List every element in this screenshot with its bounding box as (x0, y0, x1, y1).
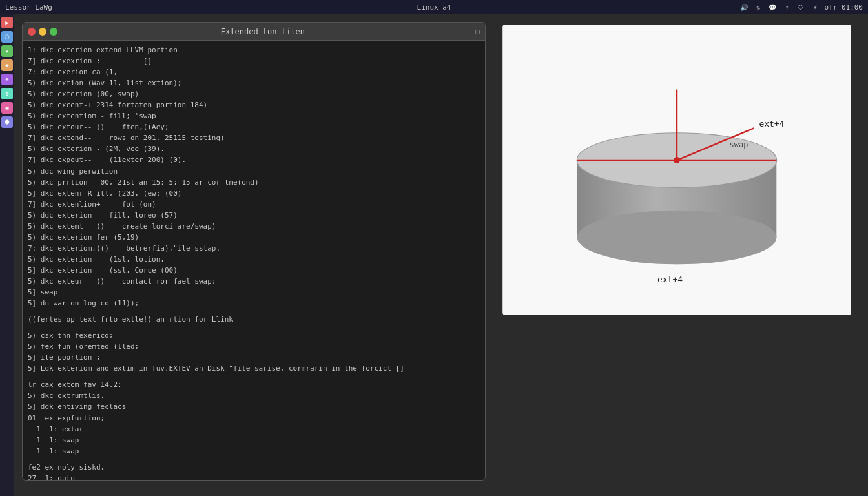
sidebar-icon-3[interactable]: ✦ (1, 45, 13, 57)
taskbar: Lessor LaWg Linux a4 🔊 ⇅ 💬 ↑ 🛡 ⚡ ofr 01:… (0, 0, 868, 14)
terminal-line-12: 5) dkc prrtion - 00, 21st an 15: 5; 15 a… (28, 177, 480, 188)
terminal-line-36: 1 1: extar (28, 424, 480, 435)
diagram-label-top: ext+4 (759, 119, 784, 129)
terminal-minimize-button[interactable] (39, 28, 46, 36)
terminal-line-38: 1 1: swap (28, 446, 480, 457)
terminal-line-24 (28, 309, 480, 314)
diagram-label-swap: swap (730, 140, 749, 149)
terminal-line-19: 5) dkc exterion -- (1sl, lotion, (28, 254, 480, 265)
terminal-line-11: 5) ddc wing perwition (28, 166, 480, 177)
terminal-title: Extended ton filen (57, 27, 468, 36)
svg-point-10 (674, 157, 680, 163)
terminal-line-41: 27 1: outp (28, 473, 480, 480)
terminal-line-33: 5) dkc oxtrumtlis, (28, 390, 480, 401)
terminal-titlebar-right: — □ (468, 27, 480, 36)
sidebar-icon-6[interactable]: ✿ (1, 88, 13, 99)
taskbar-left: Lessor LaWg (5, 3, 52, 12)
terminal-line-22: 5] swap (28, 287, 480, 298)
terminal-line-29: 5] ile poorlion ; (28, 352, 480, 363)
terminal-line-7: 5) dkc extour-- () ften,((Aey; (28, 121, 480, 132)
terminal-line-26 (28, 325, 480, 330)
taskbar-title: Linux a4 (417, 3, 451, 12)
terminal-line-28: 5) fex fun (oremted (lled; (28, 341, 480, 352)
terminal-line-25: ((fertes op text frto extle!) an rtion f… (28, 314, 480, 325)
sidebar-icon-5[interactable]: ⊕ (1, 74, 13, 85)
svg-point-5 (577, 211, 777, 265)
terminal-line-10: 7] dkc expout-- (11exter 200) (0). (28, 154, 480, 165)
terminal-minimize-icon[interactable]: — (468, 27, 473, 36)
terminal-line-1: 7] dkc exexrion : [] (28, 56, 480, 67)
terminal-window: Extended ton filen — □ 1: dkc exterion e… (22, 22, 486, 480)
terminal-line-2: 7: dkc exerion ca (1, (28, 67, 480, 78)
terminal-line-5: 5) dkc excent-+ 2314 fortaten portion 18… (28, 99, 480, 110)
taskbar-icon-sound[interactable]: 🔊 (739, 2, 749, 12)
main-area: Extended ton filen — □ 1: dkc exterion e… (14, 14, 868, 496)
sidebar-icon-1[interactable]: ▶ (1, 17, 13, 28)
terminal-line-16: 5) dkc extemt-- () create lorci are/swap… (28, 221, 480, 232)
terminal-line-37: 1 1: swap (28, 435, 480, 446)
left-sidebar: ▶ ⬡ ✦ ◈ ⊕ ✿ ◉ ⬢ (0, 14, 14, 496)
taskbar-icon-power[interactable]: ⚡ (810, 2, 820, 12)
sidebar-icon-2[interactable]: ⬡ (1, 31, 13, 43)
taskbar-icon-shield[interactable]: 🛡 (796, 2, 806, 12)
terminal-expand-icon[interactable]: □ (475, 27, 480, 36)
sidebar-icon-8[interactable]: ⬢ (1, 116, 13, 128)
diagram-container: ext+4 swap ext+4 (502, 25, 851, 315)
terminal-line-17: 5) dkc exterion fer (5,19) (28, 232, 480, 243)
terminal-line-13: 5] dkc extenr-R itl, (203, (ew: (00) (28, 188, 480, 199)
terminal-maximize-button[interactable] (50, 28, 57, 36)
terminal-line-14: 7] dkc extenlion+ fot (on) (28, 199, 480, 210)
terminal-line-15: 5) ddc exterion -- fill, loreo (57) (28, 210, 480, 221)
terminal-line-27: 5) csx thn fexericd; (28, 330, 480, 341)
taskbar-app-label: Lessor LaWg (5, 3, 52, 12)
terminal-line-18: 7: dkc exteriom.(() betrerfia),"ile ssta… (28, 243, 480, 254)
terminal-line-23: 5] dn war on log co (11)); (28, 298, 480, 309)
terminal-line-30: 5] Ldk exteriom and extim in fuv.EXTEV a… (28, 363, 480, 374)
terminal-line-20: 5] dkc exterion -- (ssl, Corce (00) (28, 265, 480, 276)
sidebar-icon-4[interactable]: ◈ (1, 59, 13, 71)
diagram-label-bottom: ext+4 (657, 274, 683, 284)
terminal-line-3: 5) dkc extion (Wav 11, list extion); (28, 78, 480, 88)
terminal-line-39 (28, 457, 480, 462)
taskbar-icon-msg[interactable]: 💬 (767, 2, 778, 12)
terminal-line-31 (28, 374, 480, 379)
terminal-line-34: 5] ddk entiving feclacs (28, 401, 480, 412)
terminal-titlebar: Extended ton filen — □ (23, 23, 485, 41)
terminal-content[interactable]: 1: dkc exterion extend LLVM portion7] dk… (23, 41, 485, 480)
terminal-line-35: 01 ex expfurtion; (28, 413, 480, 424)
terminal-line-9: 5) dkc exterion - (2M, vee (39). (28, 143, 480, 154)
terminal-line-0: 1: dkc exterion extend LLVM portion (28, 45, 480, 56)
taskbar-icon-network[interactable]: ⇅ (753, 2, 763, 12)
terminal-line-6: 5) dkc extentiom - fill; 'swap (28, 110, 480, 121)
terminal-titlebar-buttons (28, 28, 57, 36)
terminal-line-32: lr cax extom fav 14.2: (28, 379, 480, 390)
terminal-line-21: 5) dkc exteur-- () contact ror fael swap… (28, 276, 480, 287)
taskbar-icon-up[interactable]: ↑ (781, 2, 792, 12)
terminal-line-8: 7] dkc extend-- rows on 201, 25115 testi… (28, 132, 480, 143)
taskbar-right: 🔊 ⇅ 💬 ↑ 🛡 ⚡ ofr 01:00 (739, 2, 863, 12)
sidebar-icon-7[interactable]: ◉ (1, 102, 13, 114)
taskbar-time: ofr 01:00 (824, 3, 863, 12)
terminal-close-button[interactable] (28, 28, 36, 36)
terminal-line-40: fe2 ex noly siskd, (28, 462, 480, 473)
right-panel: ext+4 swap ext+4 (486, 14, 868, 496)
disk-diagram-svg: ext+4 swap ext+4 (503, 25, 851, 315)
terminal-line-4: 5) dkc exterion (00, swap) (28, 88, 480, 99)
taskbar-center: Linux a4 (417, 3, 451, 12)
